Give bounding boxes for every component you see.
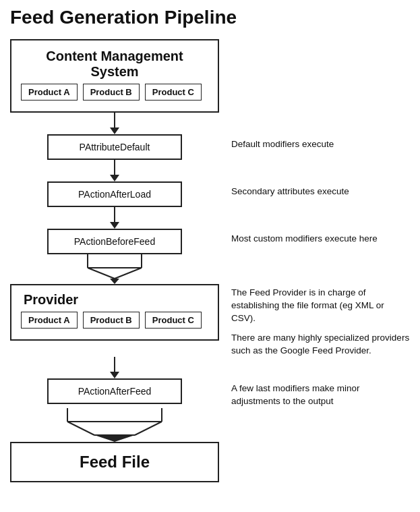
svg-marker-6 bbox=[110, 279, 119, 284]
pactionafterload-label: PActionAfterLoad bbox=[78, 189, 151, 200]
svg-line-3 bbox=[88, 268, 115, 279]
pactionafterload-box: PActionAfterLoad bbox=[47, 181, 182, 207]
arrow-cms-to-pad bbox=[110, 113, 119, 134]
arrow-pad-to-paal bbox=[110, 160, 119, 181]
svg-line-11 bbox=[135, 422, 162, 435]
pactionafterfeed-annotation: A few last modifiers make minor adjustme… bbox=[231, 383, 360, 406]
arrow-paal-to-pabf bbox=[110, 207, 119, 229]
cms-product-row: Product A Product B Product C bbox=[21, 84, 208, 101]
provider-product-row: Product A Product B Product C bbox=[21, 312, 208, 329]
cms-product-c: Product C bbox=[145, 84, 202, 101]
provider-product-a: Product A bbox=[21, 312, 78, 329]
arrow-provider-to-paaf bbox=[110, 357, 119, 378]
cms-product-a: Product A bbox=[21, 84, 78, 101]
pattributedefault-annotation: Default modifiers execute bbox=[231, 139, 334, 149]
feedfile-label: Feed File bbox=[80, 453, 150, 471]
provider-annotation-2: There are many highly specialized provid… bbox=[231, 332, 410, 358]
feedfile-box: Feed File bbox=[10, 442, 219, 482]
provider-product-c: Product C bbox=[145, 312, 202, 329]
cms-label: Content Management System bbox=[46, 49, 183, 79]
svg-line-4 bbox=[115, 268, 142, 279]
cms-product-b: Product B bbox=[83, 84, 140, 101]
split-arrow-down bbox=[47, 254, 182, 284]
provider-product-b: Product B bbox=[83, 312, 140, 329]
pactionafterfeed-label: PActionAfterFeed bbox=[78, 386, 152, 397]
pactionbeforefeed-annotation: Most custom modifiers execute here bbox=[231, 233, 378, 244]
pattributedefault-box: PAttributeDefault bbox=[47, 134, 182, 160]
page-title: Feed Generation Pipeline bbox=[10, 7, 237, 28]
provider-label: Provider bbox=[21, 292, 208, 308]
svg-line-10 bbox=[67, 422, 94, 435]
wide-arrow-to-feedfile bbox=[47, 408, 182, 442]
svg-marker-13 bbox=[94, 435, 135, 442]
pactionbeforefeed-box: PActionBeforeFeed bbox=[47, 229, 182, 254]
cms-box: Content Management System Product A Prod… bbox=[10, 39, 219, 113]
provider-box: Provider Product A Product B Product C bbox=[10, 284, 219, 341]
provider-annotation-1: The Feed Provider is in charge of establ… bbox=[231, 287, 410, 325]
pactionafterload-annotation: Secondary attributes execute bbox=[231, 186, 349, 196]
pactionbeforefeed-label: PActionBeforeFeed bbox=[74, 236, 155, 247]
pactionafterfeed-box: PActionAfterFeed bbox=[47, 378, 182, 404]
pattributedefault-label: PAttributeDefault bbox=[80, 142, 150, 152]
